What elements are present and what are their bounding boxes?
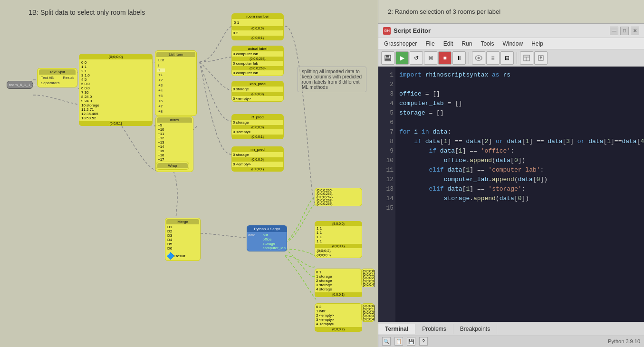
close-button[interactable]: ✕ [631,27,639,35]
port-separators: Separators [40,80,60,86]
editor-window-controls: — □ ✕ [610,27,639,35]
rf-pred-header: rf_pred [232,115,283,120]
minimize-button[interactable]: — [610,27,618,35]
maximize-button[interactable]: □ [620,27,629,35]
run-button[interactable]: ▶ [395,51,409,65]
port-text: Text AB [40,75,60,80]
python-script-node[interactable]: Python 3 Script data out office storage … [247,225,287,251]
split-button[interactable]: ⊟ [500,51,514,65]
list-item-node[interactable]: List Item List i 1 +1 +2 +3 +4 +5 +6 +7 … [155,50,197,116]
script-editor-panel: 2: Random selection of 3 rooms per label… [378,0,644,347]
room-number-node[interactable]: room number 0 1 {0;0;0;0} 0 2 {0;0;0;1} [231,13,284,40]
port-result: Result [62,75,75,80]
status-python-version: Python 3.9.10 [608,338,640,344]
tab-breakpoints[interactable]: Breakpoints [453,324,497,334]
editor-toolbar: ▶ ↺ ■ ⏸ ≡ ⊟ [378,49,644,67]
big-node-header: {0;0;0;0} [79,54,152,59]
big-node-footer: {0;0;0;1} [79,121,152,125]
status-search-icon[interactable]: 🔍 [382,337,391,346]
svg-rect-7 [524,55,529,61]
status-help-icon[interactable]: ? [419,337,428,346]
editor-title-left: GH Script Editor [383,27,431,35]
python-node-header: Python 3 Script [247,226,287,232]
big-node-content: 0 01 12 13 1.04 55 0.06 0.07 368 24.09 2… [79,59,152,121]
right-canvas-header: 2: Random selection of 3 rooms per label [378,0,644,24]
save-button[interactable] [381,51,394,65]
right-canvas-title: 2: Random selection of 3 rooms per label [388,8,500,15]
editor-titlebar: GH Script Editor — □ ✕ [378,24,644,38]
menu-run[interactable]: Run [458,39,476,48]
reload-button[interactable]: ↺ [410,51,423,65]
merge-header: Merge [166,219,199,224]
output-group1[interactable]: {0;0;0;265}{0;0;0;266}{0;0;0;267}{0;0;0;… [315,188,362,206]
node-header: Text Split [39,69,76,75]
big-data-node[interactable]: {0;0;0;0} 0 01 12 13 1.04 55 0.06 0.07 3… [79,54,153,126]
menu-tools[interactable]: Tools [477,39,498,48]
toolbar-divider-2 [517,52,517,64]
split-label-box: splitting all imported data to keep colu… [298,67,366,92]
wrap-header: Wrap [157,163,188,168]
script-editor-icon: GH [383,27,391,35]
list-item-header: List Item [156,52,195,57]
compile-button[interactable] [424,51,437,65]
menu-help[interactable]: Help [528,39,547,48]
canvas-title: 1B: Split data to select only room label… [29,9,145,16]
pause-button[interactable]: ⏸ [452,51,466,65]
export-button[interactable] [534,51,548,65]
editor-menubar: Grasshopper File Edit Run Tools Window H… [378,38,644,49]
merge-node[interactable]: Merge D1D2D3D4D5D6 🔷 Result [165,218,201,261]
grasshopper-canvas[interactable]: 1B: Split data to select only room label… [0,0,378,347]
index-header: Index [157,117,192,123]
svg-rect-1 [386,55,389,58]
stop-button[interactable]: ■ [438,51,452,65]
status-left: 🔍 📋 💾 ? [382,337,428,346]
knn-pred-node[interactable]: knn_pred 0 storage {0;0;0;0} 0 <empty> [231,81,284,102]
eye-button[interactable] [472,51,485,65]
output-col2-group2[interactable]: {0;0;0;0}{0;0;0;1}{0;0;0;2}{0;0;0;3}{0;0… [361,303,375,322]
editor-bottom-tabs: Terminal Problems Breakpoints [378,322,644,336]
code-view-button[interactable]: ≡ [486,51,500,65]
menu-window[interactable]: Window [499,39,527,48]
editor-statusbar: 🔍 📋 💾 ? Python 3.9.10 [378,336,644,347]
menu-file[interactable]: File [422,39,438,48]
editor-title-text: Script Editor [394,27,431,34]
text-split-node[interactable]: Text Split Text AB Separators Result [37,68,77,87]
output-group4[interactable]: 0 21 whr2 <empty>3 <empty>4 <empty> {0;0… [315,303,362,332]
tab-terminal[interactable]: Terminal [378,324,415,334]
template-button[interactable] [520,51,533,65]
status-save-icon[interactable]: 💾 [407,337,415,346]
tab-problems[interactable]: Problems [415,324,453,334]
editor-bottom: Terminal Problems Breakpoints 🔍 📋 💾 ? Py… [378,322,644,347]
output-group3[interactable]: 0 11 storage2 storage3 storage4 storage … [315,269,362,297]
nn-pred-node[interactable]: nn_pred 0 storage {0;0;0;0} 0 <empty> {0… [231,146,284,172]
actual-label-node[interactable]: actual label 0 computer lab {0;0;0;268} … [231,46,284,76]
rf-pred-node[interactable]: rf_pred 0 storage {0;0;0;0} 0 <empty> {0… [231,114,284,139]
knn-pred-header: knn_pred [232,81,283,87]
output-col2-group1[interactable]: {0;0;0;0}{0;0;0;1}{0;0;0;2}{0;0;0;3}{0;0… [361,269,375,287]
menu-edit[interactable]: Edit [440,39,457,48]
code-text[interactable]: import rhinoscriptsyntax as rs office = … [395,67,644,322]
actual-label-header: actual label [232,46,283,51]
output-group2[interactable]: {9;0;0;0} 1 11 11 11 1 {0;0;0;1} {0;0;0;… [315,221,362,258]
toolbar-divider-1 [469,52,469,64]
line-numbers: 12345 678910 1112131415 [378,67,395,322]
menu-grasshopper[interactable]: Grasshopper [380,39,421,48]
svg-point-6 [478,57,480,59]
svg-rect-2 [385,58,390,60]
nn-pred-header: nn_pred [232,147,283,152]
status-copy-icon[interactable]: 📋 [394,337,403,346]
room-number-header: room number [232,14,283,19]
text-input-node[interactable]: room_6_1_1_0... [7,81,33,89]
wrap-node[interactable]: Wrap [156,162,189,170]
code-editor-area[interactable]: 12345 678910 1112131415 import rhinoscri… [378,67,644,322]
